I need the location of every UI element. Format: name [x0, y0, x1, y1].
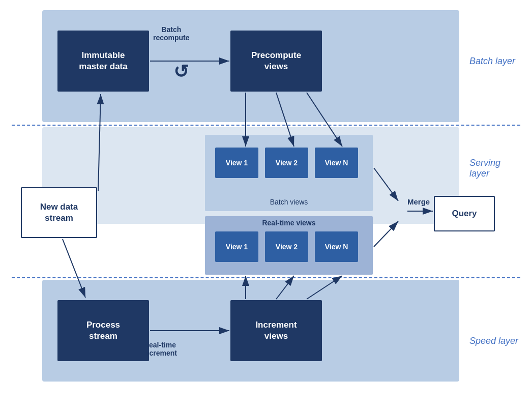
realtime-views-container: Real-time views View 1 View 2 View N: [205, 216, 373, 275]
merge-label: Merge: [407, 197, 430, 206]
diagram-container: Batch layer Serving layer Speed layer Im…: [12, 10, 520, 397]
rt-view1-box: View 1: [215, 231, 258, 262]
precompute-views-box: Precompute views: [230, 31, 322, 92]
batch-viewN-box: View N: [315, 148, 358, 178]
immutable-master-box: Immutable master data: [57, 31, 149, 92]
batch-recompute-label: Batch recompute: [153, 25, 190, 42]
dashed-line-2: [12, 277, 520, 278]
rt-viewN-box: View N: [315, 231, 358, 262]
dashed-line-1: [12, 125, 520, 126]
rt-view2-box: View 2: [265, 231, 308, 262]
svg-line-13: [374, 221, 398, 247]
new-data-stream-box: New data stream: [21, 187, 97, 238]
increment-views-box: Increment views: [230, 300, 322, 361]
batch-view2-box: View 2: [265, 148, 308, 178]
serving-layer-label: Serving layer: [469, 158, 520, 179]
batch-view1-box: View 1: [215, 148, 258, 178]
batch-views-label: Batch views: [205, 198, 373, 206]
process-stream-box: Process stream: [57, 300, 149, 361]
refresh-icon: ↺: [173, 61, 189, 82]
speed-layer-label: Speed layer: [469, 336, 518, 346]
batch-views-container: View 1 View 2 View N Batch views: [205, 135, 373, 211]
query-box: Query: [434, 196, 495, 231]
batch-layer-label: Batch layer: [469, 56, 515, 67]
realtime-views-label: Real-time views: [205, 219, 373, 227]
realtime-increment-label: Real-time increment: [143, 341, 177, 357]
